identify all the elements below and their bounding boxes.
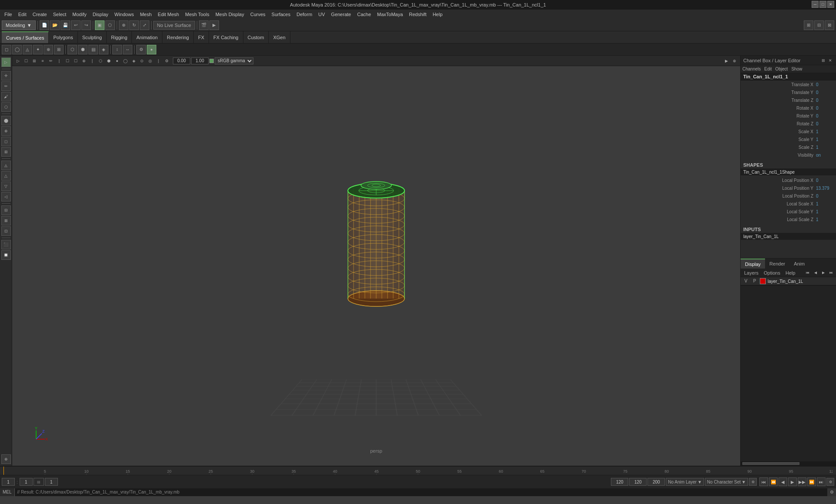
vp-select-icon[interactable]: ▷	[14, 57, 22, 65]
tab-rigging[interactable]: Rigging	[107, 31, 132, 43]
curves-tool-2[interactable]: ◯	[12, 45, 22, 54]
pencil-tool-button[interactable]: ✏	[1, 81, 11, 91]
curves-tool-13[interactable]: ⚙	[136, 45, 146, 54]
tab-sculpting[interactable]: Sculpting	[78, 31, 107, 43]
left-tool-10[interactable]: △	[1, 171, 11, 181]
menu-help[interactable]: Help	[430, 11, 445, 18]
tab-custom[interactable]: Custom	[243, 31, 269, 43]
menu-edit-mesh[interactable]: Edit Mesh	[155, 11, 182, 18]
move-tool-button[interactable]: ✛	[1, 71, 11, 81]
left-tool-13[interactable]: ⊟	[1, 205, 11, 215]
step-forward-button[interactable]: ▶▶	[798, 477, 806, 486]
range-end-left-input[interactable]	[611, 478, 628, 486]
curves-tool-8[interactable]: ⬢	[78, 45, 88, 54]
left-tool-8[interactable]: ⊞	[1, 147, 11, 157]
right-panel-scrollbar[interactable]	[741, 461, 836, 466]
layer-color-swatch[interactable]	[760, 278, 766, 284]
render-tab[interactable]: Render	[765, 259, 789, 269]
left-tool-6[interactable]: ⊕	[1, 126, 11, 136]
tab-rendering[interactable]: Rendering	[162, 31, 194, 43]
curves-tool-6[interactable]: ⊞	[54, 45, 64, 54]
anim-tab[interactable]: Anim	[789, 259, 809, 269]
close-button[interactable]: ✕	[827, 1, 834, 8]
tab-xgen[interactable]: XGen	[269, 31, 290, 43]
curves-tool-9[interactable]: ▤	[88, 45, 98, 54]
select-tool-button[interactable]: ▣	[95, 20, 104, 30]
layers-menu[interactable]: Layers	[742, 270, 760, 276]
eye-dropper-button[interactable]: ⬡	[1, 102, 11, 112]
rotate-button[interactable]: ↻	[129, 20, 139, 30]
vp-icon-15[interactable]: ⊙	[138, 57, 146, 65]
menu-mesh[interactable]: Mesh	[137, 11, 154, 18]
viewport[interactable]: ▷ ☐ ⊞ ≡ ✏ | ☐ ☐ ⊕ | ⬡ ⬢ ● ◯ ◈ ⊙ ◎ | ⚙ s	[12, 56, 740, 466]
right-toolbar-1[interactable]: ⊞	[804, 20, 813, 30]
new-file-button[interactable]: 📄	[40, 20, 49, 30]
layer-nav-prev[interactable]: ◀	[812, 270, 819, 276]
layer-nav-next[interactable]: ▶	[820, 270, 826, 276]
vp-icon-9[interactable]: ⊕	[80, 57, 88, 65]
menu-modify[interactable]: Modify	[70, 11, 89, 18]
timeline-settings-icon[interactable]: ⚙	[749, 478, 757, 486]
left-tool-17[interactable]: 🔲	[1, 250, 11, 260]
play-button[interactable]: ▶	[788, 477, 797, 486]
curves-tool-14[interactable]: ●	[147, 45, 156, 54]
curves-tool-4[interactable]: ✦	[33, 45, 43, 54]
scale-button[interactable]: ⤢	[140, 20, 149, 30]
vp-icon-10[interactable]: ⬡	[97, 57, 104, 65]
vp-icon-4[interactable]: ≡	[39, 57, 47, 65]
playback-settings-icon[interactable]: ⚙	[826, 478, 834, 486]
vp-right-2[interactable]: ⊕	[731, 57, 738, 65]
right-toolbar-3[interactable]: ⊠	[825, 20, 834, 30]
maximize-button[interactable]: □	[819, 1, 826, 8]
tab-fx[interactable]: FX	[194, 31, 209, 43]
left-tool-9[interactable]: ◬	[1, 161, 11, 170]
vp-icon-3[interactable]: ⊞	[30, 57, 38, 65]
layers-options-menu[interactable]: Options	[762, 270, 782, 276]
vp-icon-16[interactable]: ◎	[146, 57, 154, 65]
menu-surfaces[interactable]: Surfaces	[269, 11, 293, 18]
menu-cache[interactable]: Cache	[354, 11, 374, 18]
layer-playback-toggle[interactable]: P	[751, 278, 758, 284]
menu-curves[interactable]: Curves	[248, 11, 268, 18]
menu-select[interactable]: Select	[51, 11, 69, 18]
curves-tool-1[interactable]: ◻	[2, 45, 11, 54]
vp-right-1[interactable]: ▶	[722, 57, 730, 65]
gamma-input-2[interactable]	[191, 57, 209, 64]
curves-tool-11[interactable]: ↕	[112, 45, 122, 54]
prev-key-button[interactable]: ⏪	[769, 477, 778, 486]
layer-visibility-toggle[interactable]: V	[742, 278, 749, 284]
gamma-input-1[interactable]	[173, 57, 190, 64]
anim-end-input[interactable]	[647, 478, 665, 486]
next-key-button[interactable]: ⏩	[807, 477, 816, 486]
go-start-button[interactable]: ⏮	[759, 477, 768, 486]
open-file-button[interactable]: 📂	[50, 20, 60, 30]
range-start-input[interactable]	[20, 478, 33, 486]
vp-icon-13[interactable]: ◯	[121, 57, 129, 65]
paint-tool-button[interactable]: 🖌	[1, 92, 11, 101]
vp-icon-14[interactable]: ◈	[130, 57, 138, 65]
left-tool-7[interactable]: ◻	[1, 137, 11, 146]
render-settings-button[interactable]: 🎬	[199, 20, 209, 30]
menu-redshift[interactable]: Redshift	[406, 11, 429, 18]
left-tool-5[interactable]: ⬤	[1, 116, 11, 125]
channels-menu[interactable]: Channels	[742, 67, 761, 71]
minimize-button[interactable]: ─	[812, 1, 819, 8]
curves-tool-5[interactable]: ⊕	[44, 45, 53, 54]
left-tool-14[interactable]: ⊠	[1, 216, 11, 225]
select-mode-button[interactable]: ▷	[1, 57, 11, 67]
tab-fx-caching[interactable]: FX Caching	[209, 31, 243, 43]
left-tool-15[interactable]: ⊡	[1, 226, 11, 236]
menu-generate[interactable]: Generate	[328, 11, 354, 18]
vp-icon-7[interactable]: ☐	[64, 57, 71, 65]
curves-tool-7[interactable]: ⬡	[67, 45, 77, 54]
redo-button[interactable]: ↪	[81, 20, 91, 30]
tab-animation[interactable]: Animation	[132, 31, 162, 43]
undo-button[interactable]: ↩	[71, 20, 81, 30]
menu-uv[interactable]: UV	[316, 11, 327, 18]
vp-icon-11[interactable]: ⬢	[105, 57, 113, 65]
channel-box-content[interactable]: Translate X 0 Translate Y 0 Translate Z …	[741, 81, 836, 258]
vp-icon-12[interactable]: ●	[113, 57, 121, 65]
menu-file[interactable]: File	[2, 11, 15, 18]
object-menu[interactable]: Object	[775, 67, 788, 71]
left-tool-11[interactable]: ▽	[1, 181, 11, 191]
